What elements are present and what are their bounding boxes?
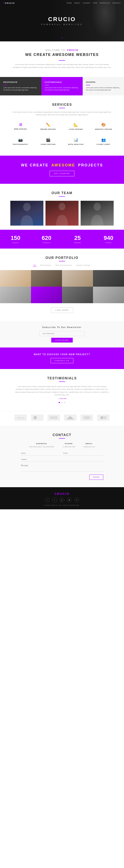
client-logo-shape-6 — [99, 415, 108, 420]
feature-responsive-body: Lorem ipsum dolor sit amet, consectetuer… — [3, 87, 38, 91]
team-photo-3 — [81, 201, 114, 225]
feature-responsive-divider — [3, 85, 7, 85]
portfolio-tab-web-design[interactable]: Web Design — [39, 264, 52, 267]
portfolio-item-7[interactable] — [62, 287, 93, 303]
nav-logo-accent: C — [3, 2, 5, 4]
client-logo-4 — [64, 414, 77, 421]
stat-coffee: 940 Coffee — [93, 230, 124, 249]
hero-subtitle: POWERFUL WEBSITES — [41, 23, 83, 26]
cta-accent: AWESOME — [51, 163, 75, 167]
social-twitter[interactable]: t — [52, 498, 57, 502]
portfolio-grid — [0, 270, 124, 303]
svg-point-2 — [94, 203, 101, 211]
navbar: CCRUCIO HOME ABOUT CLIENTS FIRM PORTFOLI… — [0, 0, 124, 6]
hero-section: CRUCIO POWERFUL WEBSITES ⌄ — [0, 0, 124, 41]
feature-customizable-divider — [45, 85, 49, 85]
photography-icon: 📷 — [10, 137, 31, 142]
client-logo-3 — [47, 414, 60, 421]
feature-responsive-title: RESPONSIVE — [3, 81, 38, 83]
welcome-section: WELCOME TO CRUCIO WE CREATE AWESOME WEBS… — [0, 41, 124, 73]
stat-awards-label: Awards — [64, 242, 91, 244]
nav-about[interactable]: ABOUT — [74, 2, 80, 4]
service-graphic-design-label: GRAPHIC DESIGN — [93, 128, 114, 130]
contact-phone-col: PHONE +1 (000) 000-0000 — [63, 443, 75, 448]
features-section: RESPONSIVE Lorem ipsum dolor sit amet, c… — [0, 77, 124, 95]
portfolio-tab-web-dev[interactable]: Web Development — [54, 264, 73, 267]
contact-phone-label: PHONE — [63, 443, 75, 444]
contact-email-input[interactable] — [63, 451, 104, 456]
feature-customizable-title: CUSTOMIZABLE — [45, 81, 79, 83]
feature-responsive: RESPONSIVE Lorem ipsum dolor sit amet, c… — [0, 77, 41, 95]
nav-contact[interactable]: CONTACT — [113, 2, 121, 4]
portfolio-item-1[interactable] — [0, 270, 31, 287]
testimonial-dot-2[interactable] — [61, 402, 63, 403]
portfolio-item-6[interactable] — [31, 287, 62, 303]
subscribe-button[interactable]: SUBSCRIBE — [51, 338, 73, 343]
portfolio-item-8[interactable] — [93, 287, 124, 303]
portfolio-tab-all[interactable]: All — [33, 264, 37, 267]
contact-divider — [59, 438, 65, 439]
data-analysis-icon: 📊 — [66, 137, 86, 142]
contact-subject-input[interactable] — [21, 457, 104, 462]
newsletter-title: Subscribe To Our Newsletter — [8, 326, 116, 329]
stat-awards: 25 Awards — [62, 230, 93, 249]
service-data-analysis-label: DATA ANALYSIS — [66, 144, 86, 145]
testimonials-section: TESTIMONIALS Lorem ipsum dolor sit amet,… — [0, 369, 124, 411]
feature-modern-body: Lorem ipsum dolor sit amet, consectetuer… — [86, 87, 121, 91]
social-facebook[interactable]: f — [45, 498, 50, 502]
contact-us-button[interactable]: CONTACT US — [51, 358, 73, 363]
discuss-title: WANT TO DISCUSS YOUR NEW PROJECT? — [8, 353, 116, 355]
clients-section: BRAND — [0, 411, 124, 426]
brand-design-icon: ✏️ — [38, 123, 58, 127]
client-logo-shape-3 — [50, 415, 58, 420]
contact-phone-value: +1 (000) 000-0000 — [63, 446, 75, 448]
nav-clients[interactable]: CLIENTS — [83, 2, 90, 4]
testimonial-dot-1[interactable] — [59, 402, 60, 403]
nav-portfolio[interactable]: PORTFOLIO — [99, 2, 110, 4]
testimonial-dot-3[interactable] — [64, 402, 65, 403]
person-silhouette-2 — [52, 201, 72, 225]
welcome-heading: WE CREATE AWESOME WEBSITES — [8, 53, 116, 57]
team-member-3 — [81, 201, 114, 225]
hero-title: CRUCIO — [48, 16, 76, 23]
portfolio-item-4[interactable] — [93, 270, 124, 287]
client-logo-6 — [97, 414, 110, 421]
social-youtube[interactable]: ▶ — [67, 498, 72, 502]
person-silhouette-1 — [16, 201, 37, 225]
client-logo-shape-4 — [66, 415, 74, 420]
service-brand-design: ✏️ BRAND DESIGN — [36, 120, 60, 132]
client-logo-shape-2 — [33, 415, 41, 420]
portfolio-tab-graphic[interactable]: Graphic Design — [75, 264, 91, 267]
load-more-button[interactable]: LOAD MORE — [51, 307, 73, 313]
newsletter-email-input[interactable] — [39, 331, 85, 336]
contact-name-input[interactable] — [21, 451, 61, 456]
team-member-2 — [45, 201, 79, 225]
contact-form: SEND — [21, 451, 104, 480]
welcome-brand: CRUCIO — [67, 49, 78, 51]
contact-section: CONTACT ADDRESS 1234 Street Name, City, … — [0, 426, 124, 487]
contact-message-input[interactable] — [21, 463, 104, 472]
social-instagram[interactable]: in — [74, 498, 79, 502]
contact-address-value: 1234 Street Name, City, State 00000 — [29, 446, 54, 448]
service-client-audit-label: CLIENT AUDIT — [93, 144, 114, 145]
service-logo-design-label: LOGO DESIGN — [66, 128, 86, 130]
nav-home[interactable]: HOME — [67, 2, 72, 4]
nav-firm[interactable]: FIRM — [93, 2, 97, 4]
person-silhouette-3 — [87, 201, 108, 225]
portfolio-item-3[interactable] — [62, 270, 93, 287]
feature-modern-divider — [86, 85, 90, 85]
contact-send-button[interactable]: SEND — [89, 474, 104, 480]
team-section: OUR TEAM — [0, 184, 124, 230]
get-started-button[interactable]: GET STARTED — [50, 171, 74, 176]
client-logo-shape-5 — [83, 415, 91, 420]
team-divider — [59, 196, 65, 197]
contact-address-label: ADDRESS — [29, 443, 54, 444]
portfolio-item-2[interactable] — [31, 270, 62, 287]
feature-customizable: CUSTOMIZABLE Lorem ipsum dolor sit amet,… — [41, 77, 83, 95]
cta-line2: PROJECTS — [78, 163, 103, 167]
testimonial-author: — John Doe — [8, 398, 116, 399]
welcome-body: Lorem ipsum dolor sit amet, consectetuer… — [12, 63, 112, 69]
portfolio-item-5[interactable] — [0, 287, 31, 303]
svg-rect-5 — [50, 416, 57, 419]
social-google-plus[interactable]: g+ — [59, 498, 65, 502]
